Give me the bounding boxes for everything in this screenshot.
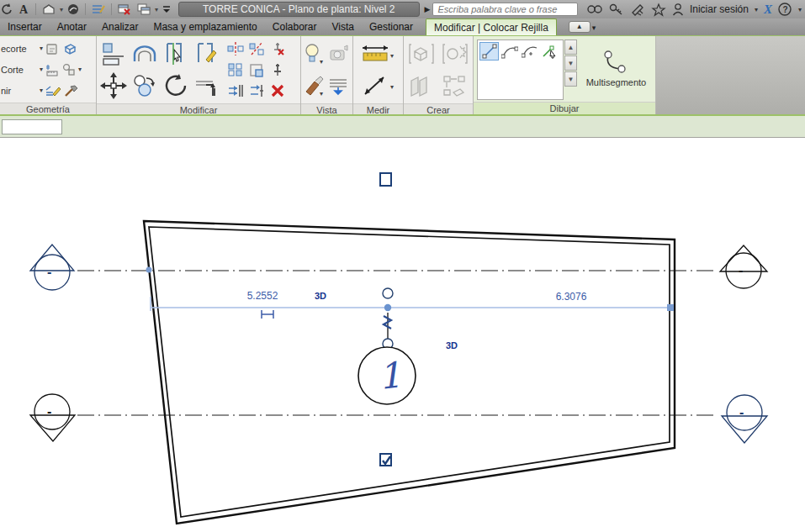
corte-caret[interactable]: ▾ [40,66,43,73]
grid-3d-toggle-bottom[interactable]: 3D [446,340,458,350]
panel-label-geometria[interactable]: Geometría [0,103,96,114]
trim-corner-button[interactable] [191,70,222,102]
grid-bubble-1[interactable]: 1 [358,347,416,404]
link-geometry-button[interactable] [61,62,77,77]
witness-grip-icon[interactable] [262,310,273,319]
mirror-draw-button[interactable] [246,38,267,59]
show-geometry-button[interactable] [61,41,78,56]
palette-scroll-up-button[interactable]: ▲ [564,40,577,55]
wall-dimension-button[interactable] [45,62,60,77]
corte-button-label[interactable]: Corte [1,65,38,75]
align-button[interactable] [98,38,129,70]
panel-label-vista[interactable]: Vista [301,103,352,114]
grid-point-dot[interactable] [384,304,391,311]
subscription-key-icon[interactable] [609,3,624,16]
elevation-marker-top-left[interactable]: - [30,245,74,290]
paste-button[interactable] [45,41,60,56]
linework-view-button[interactable] [327,70,352,102]
tab-analizar[interactable]: Analizar [94,18,146,35]
text-tool-button[interactable]: A [16,2,31,17]
default-3d-view-button[interactable] [40,2,57,17]
grid-end-checkbox-top[interactable] [380,173,391,186]
ribbon-state-caret[interactable]: ▾ [592,24,596,32]
recorte-button-label[interactable]: ecorte [1,44,38,54]
sign-in-caret[interactable]: ▾ [755,6,758,13]
panel-label-crear[interactable]: Crear [404,103,473,114]
draw-arc-center-tool[interactable] [520,42,539,61]
pin-button[interactable] [267,59,288,80]
visibility-button[interactable]: ▾ [302,38,327,70]
graphics-override-button[interactable]: ▾ [302,70,327,102]
create-parts-button[interactable] [438,70,472,102]
tab-anotar[interactable]: Anotar [50,18,94,35]
tab-gestionar[interactable]: Gestionar [362,18,421,35]
grid-end-checkbox-bottom[interactable] [380,454,391,466]
help-caret[interactable]: ▾ [798,6,802,13]
draw-arc-start-end-tool[interactable] [500,42,519,61]
create-similar-button[interactable] [438,38,472,70]
add-elbow-icon[interactable] [384,316,391,329]
demolish-button[interactable] [63,83,78,98]
grid-3d-toggle-top[interactable]: 3D [315,291,326,301]
scale-button[interactable] [246,59,267,80]
help-search-input[interactable] [432,3,577,16]
options-bar-input[interactable] [2,119,62,134]
switch-windows-button[interactable] [135,2,152,17]
trim-extend-edit-button[interactable] [191,38,222,70]
unpin-button[interactable] [267,38,288,59]
render-button[interactable] [327,38,352,70]
exchange-apps-icon[interactable]: X [764,3,772,17]
tab-masa-y-emplazamiento[interactable]: Masa y emplazamiento [146,18,264,35]
tab-insertar[interactable]: Insertar [0,18,50,35]
rotate-button[interactable] [160,70,191,102]
measure-button[interactable]: ▾ [360,38,397,70]
ribbon-state-toggle-button[interactable]: ▲ [569,21,591,33]
mirror-axis-button[interactable] [225,38,246,59]
tab-colaborar[interactable]: Colaborar [265,18,325,35]
drawing-area[interactable]: - - - - 5.2552 6.3076 3D 3D 1 [0,138,805,530]
undo-button[interactable] [0,2,13,17]
search-icon[interactable] [586,3,603,16]
array-button[interactable] [225,59,246,80]
panel-label-medir[interactable]: Medir [353,103,403,114]
pick-lines-tool[interactable] [540,42,559,61]
palette-expand-button[interactable]: ▼ [564,71,577,87]
customize-qat-button[interactable] [161,2,172,17]
grid-end-drag-handle[interactable] [383,288,393,298]
offset-button[interactable] [129,38,160,70]
favorites-star-icon[interactable] [651,3,666,17]
multisegment-button[interactable]: Multisegmento [578,38,654,100]
help-icon[interactable]: ? [778,3,792,17]
align-edges-button[interactable] [225,80,246,101]
home-3d-caret[interactable]: ▾ [60,6,63,13]
tab-vista[interactable]: Vista [325,18,362,35]
wall-snap-dot[interactable] [146,267,152,273]
palette-scroll-down-button[interactable]: ▼ [564,55,577,71]
dimension-end-handle[interactable] [667,304,674,311]
panel-label-dibujar[interactable]: Dibujar [474,102,655,114]
temp-dimension-right[interactable]: 6.3076 [556,291,587,303]
link-caret[interactable]: ▾ [78,66,82,73]
move-button[interactable] [98,70,129,102]
delete-button[interactable] [267,80,288,101]
communication-center-icon[interactable] [630,3,645,16]
recorte-caret[interactable]: ▾ [40,45,43,52]
unir-button-label[interactable]: nir [1,86,38,96]
search-expand-arrow[interactable]: ▶ [425,5,431,13]
sign-in-label[interactable]: Iniciar sesión [690,3,749,15]
draw-line-tool[interactable] [479,42,499,61]
panel-label-modificar[interactable]: Modificar [97,103,300,114]
unir-caret[interactable]: ▾ [40,87,43,94]
split-button[interactable] [246,80,267,101]
elevation-marker-bottom-right[interactable]: - [722,395,767,443]
tab-modificar-colocar-rejilla[interactable]: Modificar | Colocar Rejilla [426,18,557,35]
elevation-marker-bottom-left[interactable]: - [30,394,75,441]
thin-lines-button[interactable] [90,2,107,17]
elevation-marker-top-right[interactable]: - [720,245,767,288]
switch-windows-caret[interactable]: ▾ [155,6,158,13]
measure-between-button[interactable]: ▾ [360,70,397,102]
trim-extend-corner-button[interactable] [160,38,191,70]
copy-button[interactable] [129,70,160,102]
linework-button[interactable] [45,83,61,98]
close-hidden-windows-button[interactable] [116,2,133,17]
